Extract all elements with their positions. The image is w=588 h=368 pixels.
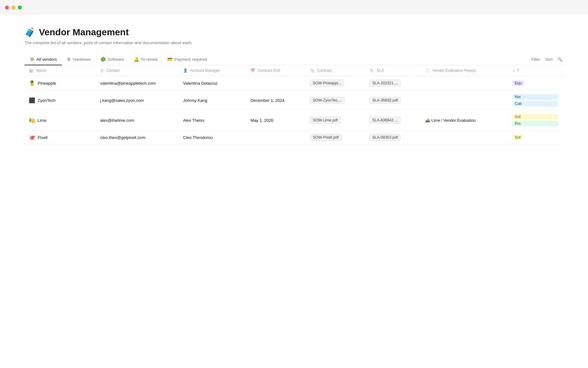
col-header-manager: 👤 Account Manager [179,65,246,76]
filter-button[interactable]: Filter [531,57,540,62]
tab-payment-label: Payment required [174,57,207,62]
vendor-manager-cell: Alex Theiss [179,110,246,130]
vendor-name-cell: ⬛ ZyonTech [24,90,96,110]
tag-badge: Sof [512,114,558,120]
sla-col-icon: 📎 [369,68,374,73]
tab-all-vendors[interactable]: ✳️ All vendors [24,54,62,65]
vendor-report-icon: 🚜 [425,118,430,123]
contact-col-icon: @ [100,68,104,73]
vendor-name-text: Pixell [38,135,47,140]
tab-payment-required[interactable]: 💳 Payment required [162,54,212,65]
vendor-sla-cell[interactable]: SLA-102321.... [365,76,420,90]
vendor-sla-cell[interactable]: SLA-636942.... [365,110,420,130]
tab-all-vendors-label: All vendors [36,57,57,62]
vendor-report-cell [421,90,508,110]
vendor-name-text: Pineapple [38,81,56,86]
col-header-tags: ≡ T [508,65,564,76]
contract-badge[interactable]: SOW-Pineappl... [310,80,344,86]
contract-badge[interactable]: SOW-ZyonTec.... [310,97,345,104]
sla-badge[interactable]: SLA-102321.... [369,80,400,86]
sort-button[interactable]: Sort [545,57,552,62]
table-row: 🍋 Lime alex@thelime.com Alex Theiss May … [24,110,564,130]
col-header-contract: 📎 Contract [306,65,365,76]
tab-hardware[interactable]: 🖥 Hardware [62,54,96,65]
vendors-table-wrap: 🏢 Name @ Contact 👤 Account Manager 📅 Con… [24,65,564,145]
payment-icon: 💳 [167,57,172,62]
tag-badge: Equ [512,80,524,86]
vendor-contract-end-cell: December 1, 2024 [246,90,306,110]
vendor-name-text: ZyonTech [38,98,56,103]
vendor-report-text: Lime / Vendor Evaluation [432,118,476,123]
contractend-col-icon: 📅 [251,68,255,73]
vendor-name-text: Lime [38,118,47,123]
main-content: 🧳 Vendor Management The complete list of… [0,15,588,157]
name-col-icon: 🏢 [29,68,33,73]
contract-badge[interactable]: SOW-Pixell.pdf [310,134,341,141]
vendor-contact-link[interactable]: cleo.theo@getpixell.com [100,135,145,140]
table-row: ⬛ ZyonTech j.kang@sales.zyon.com Johnny … [24,90,564,110]
vendor-contact-link[interactable]: valentina@pineappletech.com [100,81,156,86]
vendor-contract-cell[interactable]: SOW-ZyonTec.... [306,90,365,110]
software-icon: 🟢 [100,57,106,62]
vendor-report-col-icon: 📄 [425,68,430,73]
vendor-contact-cell[interactable]: alex@thelime.com [96,110,179,130]
sla-badge[interactable]: SLA-08353.pdf [369,134,400,141]
vendor-report-cell [421,76,508,90]
vendor-contract-end-cell: May 1, 2026 [246,110,306,130]
tabs-left: ✳️ All vendors 🖥 Hardware 🟢 Software 🔔 T… [24,54,212,65]
vendor-contact-cell[interactable]: j.kang@sales.zyon.com [96,90,179,110]
tag-badge: Sof [512,135,523,140]
contract-badge[interactable]: SOW-Lime.pdf [310,117,341,124]
vendor-contact-cell[interactable]: valentina@pineappletech.com [96,76,179,90]
vendor-manager-cell: Valentina Delacruz [179,76,246,90]
vendor-name-cell: 🐙 Pixell [24,130,96,145]
contract-col-icon: 📎 [310,68,315,73]
tag-badge: Pro [512,121,558,126]
vendor-contract-cell[interactable]: SOW-Lime.pdf [306,110,365,130]
vendor-report-cell [421,130,508,145]
vendor-tags-cell: Net Cab [508,90,564,110]
maximize-button[interactable] [18,6,22,10]
col-header-sla: 📎 SLA [365,65,420,76]
vendors-table: 🏢 Name @ Contact 👤 Account Manager 📅 Con… [24,65,564,145]
vendor-name-cell: 🍍 Pineapple [24,76,96,90]
vendor-tags-cell: Sof [508,130,564,145]
col-header-vendor-report: 📄 Vendor Evaluation Report [421,65,508,76]
vendor-tags-cell: Sof Pro [508,110,564,130]
tab-bar: ✳️ All vendors 🖥 Hardware 🟢 Software 🔔 T… [24,54,564,65]
table-row: 🍍 Pineapple valentina@pineappletech.com … [24,76,564,90]
hardware-icon: 🖥 [67,57,71,62]
vendor-emoji: ⬛ [29,97,35,104]
vendor-manager-cell: Johnny Kang [179,90,246,110]
tags-col-icon: ≡ [512,68,514,73]
vendor-tags-cell: Equ [508,76,564,90]
page-title: Vendor Management [39,27,129,37]
vendor-report-cell[interactable]: 🚜 Lime / Vendor Evaluation [421,110,508,130]
col-header-contact: @ Contact [96,65,179,76]
vendor-sla-cell[interactable]: SLA-35632.pdf [365,90,420,110]
table-header-row: 🏢 Name @ Contact 👤 Account Manager 📅 Con… [24,65,564,76]
vendor-contact-link[interactable]: j.kang@sales.zyon.com [100,98,144,103]
close-button[interactable] [5,6,9,10]
all-vendors-icon: ✳️ [29,57,35,62]
vendor-contact-cell[interactable]: cleo.theo@getpixell.com [96,130,179,145]
vendor-contract-cell[interactable]: SOW-Pineappl... [306,76,365,90]
tag-badge: Net [512,94,558,100]
titlebar [0,0,588,15]
vendor-sla-cell[interactable]: SLA-08353.pdf [365,130,420,145]
tab-software-label: Software [107,57,124,62]
vendor-contact-link[interactable]: alex@thelime.com [100,118,134,123]
tab-software[interactable]: 🟢 Software [96,54,129,65]
table-row: 🐙 Pixell cleo.theo@getpixell.com Cleo Th… [24,130,564,145]
vendor-emoji: 🐙 [29,134,35,141]
tab-hardware-label: Hardware [73,57,91,62]
sla-badge[interactable]: SLA-35632.pdf [369,97,400,104]
vendor-contract-cell[interactable]: SOW-Pixell.pdf [306,130,365,145]
sla-badge[interactable]: SLA-636942.... [369,117,400,124]
search-button[interactable]: 🔍 [557,57,562,62]
tab-to-renew[interactable]: 🔔 To renew [129,54,163,65]
vendor-emoji: 🍋 [29,117,35,124]
page-header: 🧳 Vendor Management [24,27,564,37]
minimize-button[interactable] [11,6,15,10]
col-header-name: 🏢 Name [24,65,96,76]
